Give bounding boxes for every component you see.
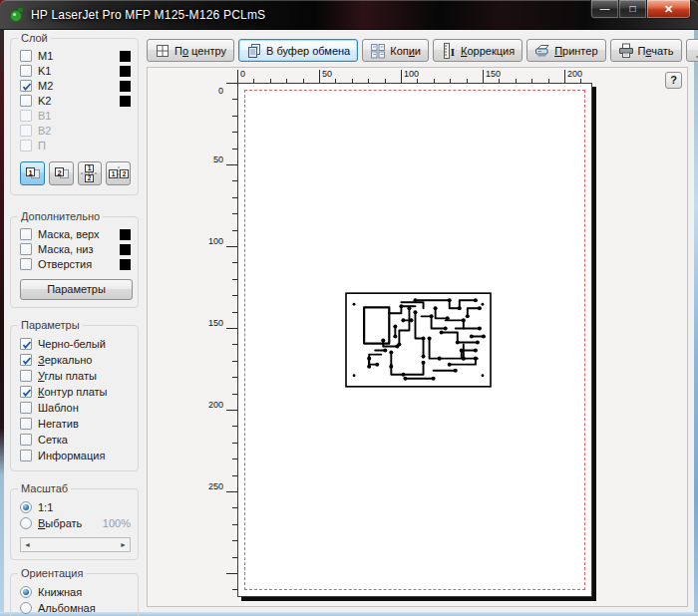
toolbar: По центру В буфер обмена Копии I xyxy=(147,39,698,62)
layer-label: M1 xyxy=(38,50,53,62)
option-black-white[interactable]: Черно-белый xyxy=(20,336,131,351)
orientation-portrait-row[interactable]: Книжная xyxy=(20,584,131,599)
help-button[interactable]: ? xyxy=(665,72,682,89)
option-info[interactable]: Информация xyxy=(20,448,131,462)
correction-button[interactable]: I Коррекция xyxy=(433,39,523,62)
printer-button[interactable]: Принтер xyxy=(526,39,605,62)
print-button[interactable]: Печать xyxy=(610,39,682,62)
copy-to-clipboard-button[interactable]: В буфер обмена xyxy=(238,39,358,62)
group-layers-title: Слой xyxy=(18,32,51,44)
center-icon xyxy=(155,43,171,59)
scale-percent-value: 100% xyxy=(103,517,131,529)
svg-text:2: 2 xyxy=(122,170,126,177)
checkbox-disabled xyxy=(20,125,32,137)
color-swatch xyxy=(120,81,131,92)
option-board-corners[interactable]: Углы платы xyxy=(20,368,131,383)
printer-button-label: Принтер xyxy=(554,45,597,57)
mask-bottom-row[interactable]: Маска, низ xyxy=(20,242,131,256)
checkbox-unchecked xyxy=(20,402,32,414)
group-layers: Слой M1 K1 M2 K2 xyxy=(10,38,139,195)
option-board-outline[interactable]: Контур платы xyxy=(20,384,131,399)
svg-text:1: 1 xyxy=(28,168,32,177)
scale-slider[interactable]: ◄ ► xyxy=(20,537,131,552)
slider-left-arrow-icon[interactable]: ◄ xyxy=(24,541,31,548)
print-dialog-window: HP LaserJet Pro MFP M125-M126 PCLmS — □ … xyxy=(0,0,698,616)
page-preview xyxy=(237,83,592,597)
checkbox-unchecked xyxy=(20,50,32,62)
radio-selected xyxy=(20,586,32,598)
ruler-icon: I xyxy=(441,43,457,59)
ruler-tick xyxy=(483,70,484,83)
scale-1to1-label: 1:1 xyxy=(38,501,53,513)
center-button-label: По центру xyxy=(174,45,226,57)
checkbox-unchecked xyxy=(20,434,32,446)
preview-panel: ? 050100150200 050100150200250 xyxy=(147,67,688,607)
center-button[interactable]: По центру xyxy=(147,39,234,62)
close-dialog-button[interactable]: Закрыть xyxy=(686,39,698,62)
minimize-icon[interactable]: — xyxy=(590,0,619,19)
print-button-label: Печать xyxy=(638,45,674,57)
svg-text:1: 1 xyxy=(88,164,92,171)
option-label: Сетка xyxy=(38,434,68,446)
option-label: Черно-белый xyxy=(38,338,106,350)
radio-unselected xyxy=(20,602,32,614)
ruler-tick xyxy=(226,491,237,492)
group-orientation-title: Ориентация xyxy=(18,567,86,579)
layer-row-k2[interactable]: K2 xyxy=(20,94,131,108)
layer-view-page1-button[interactable]: 1 xyxy=(20,161,45,185)
color-swatch xyxy=(120,51,131,62)
layer-row-m2[interactable]: M2 xyxy=(20,79,131,93)
layer-row-m1[interactable]: M1 xyxy=(20,49,131,63)
group-orientation: Ориентация Книжная Альбомная xyxy=(10,573,139,616)
ruler-tick xyxy=(401,70,402,83)
titlebar[interactable]: HP LaserJet Pro MFP M125-M126 PCLmS — □ … xyxy=(0,0,698,30)
ruler-label: 250 xyxy=(199,481,223,491)
copies-button[interactable]: Копии xyxy=(362,39,429,62)
checkbox-disabled xyxy=(20,110,32,122)
parameters-button[interactable]: Параметры xyxy=(20,279,133,300)
layer-view-page2-button[interactable]: 2 xyxy=(49,161,74,185)
ruler-label: 200 xyxy=(567,69,582,79)
option-negative[interactable]: Негатив xyxy=(20,416,131,431)
option-grid[interactable]: Сетка xyxy=(20,432,131,447)
correction-button-label: Коррекция xyxy=(461,45,515,57)
slider-right-arrow-icon[interactable]: ► xyxy=(120,541,127,548)
layer-view-stacked-button[interactable]: 1 2 xyxy=(78,161,103,185)
print-icon xyxy=(618,43,634,59)
color-swatch xyxy=(120,66,131,77)
checkbox-unchecked xyxy=(20,418,32,430)
option-template[interactable]: Шаблон xyxy=(20,400,131,415)
group-scale-title: Масштаб xyxy=(18,482,71,494)
checkbox-unchecked xyxy=(20,228,32,240)
layer-view-side-by-side-button[interactable]: 1 2 xyxy=(106,161,131,185)
window-title: HP LaserJet Pro MFP M125-M126 PCLmS xyxy=(31,8,265,22)
color-swatch xyxy=(120,259,131,270)
close-icon[interactable]: ✕ xyxy=(646,0,691,19)
svg-text:I: I xyxy=(451,45,455,57)
scale-custom-radio-row[interactable]: Выбрать 100% xyxy=(20,515,131,530)
main-area: По центру В буфер обмена Копии I xyxy=(145,30,694,612)
ruler-tick xyxy=(226,83,237,84)
exit-door-icon xyxy=(694,43,698,59)
mask-top-label: Маска, верх xyxy=(38,228,100,240)
holes-row[interactable]: Отверстия xyxy=(20,257,131,271)
layer-label: B1 xyxy=(38,110,51,122)
layer-row-k1[interactable]: K1 xyxy=(20,64,131,78)
layer-row-p: П xyxy=(20,139,131,153)
group-extra-title: Дополнительно xyxy=(18,210,103,222)
option-label: Шаблон xyxy=(38,402,79,414)
checkbox-checked xyxy=(20,80,32,92)
maximize-icon[interactable]: □ xyxy=(618,0,647,19)
scale-1to1-radio-row[interactable]: 1:1 xyxy=(20,499,131,514)
layer-label: B2 xyxy=(38,125,51,137)
scale-custom-label: Выбрать xyxy=(38,517,82,529)
window-border-right xyxy=(694,30,698,616)
ruler-label: 100 xyxy=(199,236,223,246)
color-swatch xyxy=(120,96,131,107)
copy-to-clipboard-button-label: В буфер обмена xyxy=(266,45,350,57)
mask-top-row[interactable]: Маска, верх xyxy=(20,227,131,241)
option-label: Контур платы xyxy=(38,386,108,398)
option-label: Углы платы xyxy=(38,370,97,382)
orientation-landscape-row[interactable]: Альбомная xyxy=(20,600,131,615)
option-mirror[interactable]: Зеркально xyxy=(20,352,131,367)
